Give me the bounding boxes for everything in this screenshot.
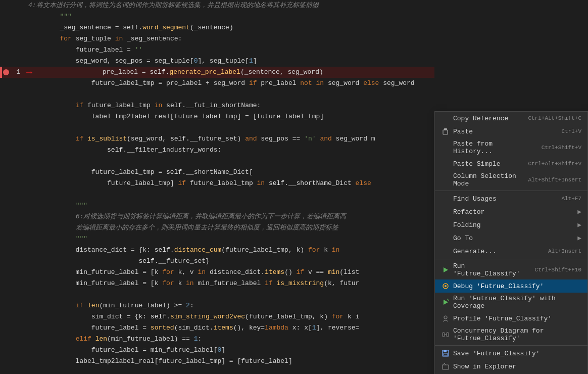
menu-shortcut-paste: Ctrl+V: [561, 128, 581, 134]
menu-shortcut-copy-reference: Ctrl+Alt+Shift+C: [528, 115, 581, 121]
menu-label-paste-simple: Paste Simple: [453, 160, 522, 168]
folding-arrow: ▶: [577, 221, 581, 229]
run-icon: [441, 265, 450, 274]
code-line-26: min_futrue_label = [k for k in min_futru…: [0, 278, 434, 289]
menu-label-profile: Profile 'Futrue_Classify': [453, 315, 581, 322]
menu-item-profile[interactable]: Profile 'Futrue_Classify': [435, 312, 587, 325]
menu-divider-1: [435, 191, 587, 191]
line-content-1: 4:将文本进行分词，将词性为名词的词作为期货标签候选集，并且根据出现的地名将其补…: [24, 0, 434, 11]
line-content-4: for seg_tuple in _seg_sentence:: [24, 33, 434, 44]
menu-item-run[interactable]: Run 'Futrue_Classify' Ctrl+Shift+F10: [435, 260, 587, 279]
menu-item-copy-reference[interactable]: Copy Reference Ctrl+Alt+Shift+C: [435, 112, 587, 125]
code-line-18: [0, 189, 434, 200]
svg-rect-0: [443, 130, 448, 134]
show-explorer-icon: [441, 362, 450, 371]
menu-item-paste[interactable]: Paste Ctrl+V: [435, 125, 587, 138]
code-line-5: future_label = '': [0, 44, 434, 56]
code-line-2: """: [0, 11, 434, 22]
menu-item-go-to[interactable]: Go To ▶: [435, 231, 587, 245]
go-to-arrow: ▶: [577, 234, 581, 242]
code-line-8: future_label_tmp = pre_label + seg_word …: [0, 78, 434, 89]
menu-shortcut-paste-simple: Ctrl+Alt+Shift+V: [528, 161, 581, 167]
svg-marker-2: [444, 267, 448, 272]
debug-icon: [441, 282, 450, 291]
column-selection-icon: [441, 175, 450, 184]
code-line-27: [0, 289, 434, 300]
menu-item-paste-simple[interactable]: Paste Simple Ctrl+Alt+Shift+V: [435, 157, 587, 170]
coverage-icon: [441, 298, 450, 307]
debug-arrow-indicator: →: [26, 67, 32, 78]
menu-divider-3: [435, 345, 587, 346]
code-line-31: elif len(min_futrue_label) == 1:: [0, 334, 434, 345]
line-content-29: sim_dict = {k: self.sim_string_word2vec(…: [24, 311, 434, 322]
menu-shortcut-find-usages: Alt+F7: [561, 196, 581, 202]
menu-label-copy-reference: Copy Reference: [453, 115, 522, 122]
line-content-22: """: [24, 233, 434, 245]
code-line-30: future_label = sorted(sim_dict.items(), …: [0, 322, 434, 334]
code-line-17: future_label_tmp] if future_label_tmp in…: [0, 178, 434, 189]
menu-label-folding: Folding: [453, 221, 573, 229]
menu-item-generate[interactable]: Generate... Alt+Insert: [435, 245, 587, 258]
svg-rect-8: [443, 333, 445, 337]
folding-icon: [441, 220, 450, 229]
line-content-26: min_futrue_label = [k for k in min_futru…: [24, 278, 434, 289]
menu-item-save[interactable]: Save 'Futrue_Classify': [435, 347, 587, 360]
line-content-32: future_label = min_futrue_label[0]: [24, 345, 434, 356]
menu-label-refactor: Refactor: [453, 208, 573, 216]
svg-rect-1: [444, 128, 447, 130]
menu-item-debug[interactable]: Debug 'Futrue_Classify': [435, 279, 587, 293]
menu-item-refactor[interactable]: Refactor ▶: [435, 205, 587, 218]
menu-item-show-explorer[interactable]: Show in Explorer: [435, 360, 587, 373]
refactor-arrow: ▶: [577, 208, 581, 216]
code-line-10: if future_label_tmp in self.__fut_in_sho…: [0, 100, 434, 111]
line-content-11: label_tmp2label_real[future_label_tmp] =…: [24, 111, 434, 122]
line-content-33: label_tmp2label_real[future_label_tmp] =…: [24, 356, 434, 367]
paste-simple-icon: [441, 159, 450, 168]
line-content-28: if len(min_futrue_label) >= 2:: [24, 300, 434, 311]
paste-history-icon: [441, 143, 450, 152]
menu-label-paste: Paste: [453, 128, 555, 135]
save-icon: [441, 349, 450, 358]
line-content-6: seg_word, seg_pos = seg_tuple[0], seg_tu…: [24, 56, 434, 67]
code-line-14: self.__filter_industry_words:: [0, 145, 434, 156]
code-line-19: """: [0, 200, 434, 211]
line-number-7: 1: [4, 69, 24, 76]
svg-point-7: [444, 316, 447, 319]
menu-item-paste-history[interactable]: Paste from History... Ctrl+Shift+V: [435, 138, 587, 157]
line-content-7: pre_label = self.generate_pre_label(_sen…: [24, 67, 434, 78]
menu-label-go-to: Go To: [453, 235, 573, 242]
menu-item-column-selection[interactable]: Column Selection Mode Alt+Shift+Insert: [435, 170, 587, 190]
menu-shortcut-paste-history: Ctrl+Shift+V: [542, 145, 581, 151]
menu-shortcut-column-selection: Alt+Shift+Insert: [528, 177, 581, 183]
line-content-19: """: [24, 200, 434, 211]
code-line-1: 4:将文本进行分词，将词性为名词的词作为期货标签候选集，并且根据出现的地名将其补…: [0, 0, 434, 11]
code-line-29: sim_dict = {k: self.sim_string_word2vec(…: [0, 311, 434, 322]
line-content-12: [24, 122, 434, 133]
go-to-icon: [441, 233, 450, 243]
line-content-9: [24, 89, 434, 100]
menu-label-show-explorer: Show in Explorer: [453, 363, 581, 370]
code-line-23: distance_dict = {k: self.distance_cum(fu…: [0, 245, 434, 256]
menu-item-coverage[interactable]: Run 'Futrue_Classify' with Coverage: [435, 293, 587, 312]
code-line-9: [0, 89, 434, 100]
line-content-10: if future_label_tmp in self.__fut_in_sho…: [24, 100, 434, 111]
svg-rect-13: [444, 353, 448, 356]
line-content-27: [24, 289, 434, 300]
code-line-28: if len(min_futrue_label) >= 2:: [0, 300, 434, 311]
line-content-21: 若编辑距离最小的存在多个，则采用词向量去计算最终的相似度，返回相似度高的期货标签: [24, 222, 434, 233]
menu-label-debug: Debug 'Futrue_Classify': [453, 283, 581, 290]
context-menu: Copy Reference Ctrl+Alt+Shift+C Paste Ct…: [434, 111, 588, 374]
find-usages-icon: [441, 194, 450, 203]
breakpoint-number: 1: [17, 69, 20, 76]
editor-area: 4:将文本进行分词，将词性为名词的词作为期货标签候选集，并且根据出现的地名将其补…: [0, 0, 588, 374]
code-line-6: seg_word, seg_pos = seg_tuple[0], seg_tu…: [0, 56, 434, 67]
menu-shortcut-run: Ctrl+Shift+F10: [535, 267, 581, 273]
line-content-15: [24, 156, 434, 167]
line-content-30: future_label = sorted(sim_dict.items(), …: [24, 322, 434, 334]
menu-item-folding[interactable]: Folding ▶: [435, 218, 587, 231]
menu-item-concurrency[interactable]: Concurrency Diagram for 'Futrue_Classify…: [435, 325, 587, 344]
line-content-23: distance_dict = {k: self.distance_cum(fu…: [24, 245, 434, 256]
menu-shortcut-generate: Alt+Insert: [548, 248, 581, 254]
concurrency-icon: [441, 330, 450, 339]
menu-item-find-usages[interactable]: Find Usages Alt+F7: [435, 192, 587, 205]
